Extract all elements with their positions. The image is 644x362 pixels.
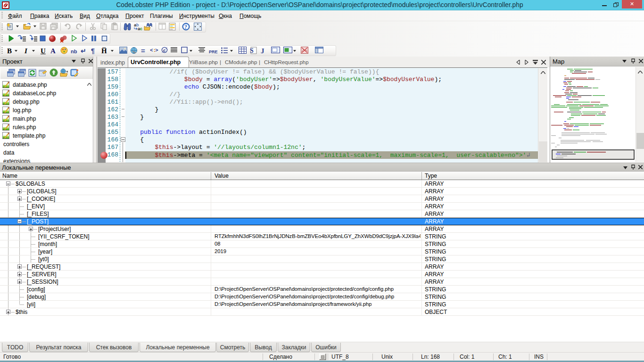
svg-text:c: c [140,26,142,31]
svg-text:?: ? [184,24,187,30]
svg-text:S: S [250,47,254,54]
svg-text:>: > [155,48,158,53]
